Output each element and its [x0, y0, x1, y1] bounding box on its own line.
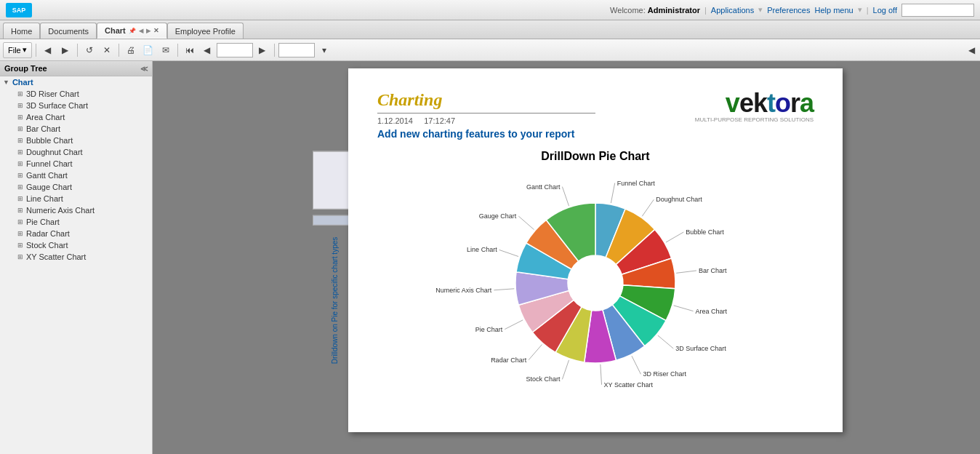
pie-label-6: 3D Riser Chart [643, 370, 686, 378]
applications-link[interactable]: Applications [711, 6, 754, 15]
tree-label-13: Stock Chart [26, 241, 68, 250]
tab-chart[interactable]: Chart 📌 ◀ ▶ ✕ [97, 23, 167, 39]
expand-icon-7[interactable]: ⊞ [17, 172, 23, 179]
page-input[interactable]: 1 of 1+ [217, 43, 253, 57]
tree-label-1: 3D Surface Chart [26, 101, 88, 110]
expand-icon-12[interactable]: ⊞ [17, 230, 23, 237]
file-button[interactable]: File ▾ [3, 42, 32, 58]
email-button[interactable]: ✉ [158, 42, 174, 58]
tree-expand-icon[interactable]: ▼ [3, 79, 9, 86]
tab-employee-profile[interactable]: Employee Profile [167, 23, 244, 39]
pie-label-line-8 [562, 360, 569, 379]
expand-icon-9[interactable]: ⊞ [17, 195, 23, 202]
vektora-logo: vektora [726, 90, 814, 116]
expand-icon-14[interactable]: ⊞ [17, 253, 23, 260]
first-page-button[interactable]: ⏮ [182, 42, 198, 58]
tree-item-2[interactable]: ⊞ Area Chart [0, 111, 152, 123]
expand-icon-8[interactable]: ⊞ [17, 183, 23, 191]
pie-chart-svg: Funnel ChartDoughnut ChartBubble ChartBa… [392, 170, 799, 389]
tree-item-4[interactable]: ⊞ Bubble Chart [0, 135, 152, 146]
expand-icon-1[interactable]: ⊞ [17, 102, 23, 109]
toolbar-separator-3 [119, 44, 119, 57]
pie-label-line-11 [494, 289, 514, 290]
report-separator [377, 113, 595, 114]
vertical-label[interactable]: Drilldown on Pie for specific chart type… [331, 237, 339, 365]
preferences-link[interactable]: Preferences [767, 6, 810, 15]
expand-icon-2[interactable]: ⊞ [17, 114, 23, 121]
tree-item-10[interactable]: ⊞ Numeric Axis Chart [0, 204, 152, 216]
tree-item-13[interactable]: ⊞ Stock Chart [0, 239, 152, 251]
expand-icon-3[interactable]: ⊞ [17, 125, 23, 132]
sidebar-collapse-button[interactable]: ≪ [140, 65, 148, 73]
next-page-button[interactable]: ▶ [254, 42, 270, 58]
logoff-link[interactable]: Log off [873, 6, 897, 15]
main-content: Group Tree ≪ ▼ Chart ⊞ 3D Riser Chart ⊞ … [0, 61, 980, 454]
pie-label-line-3 [676, 271, 696, 273]
stop-button[interactable]: ✕ [99, 42, 115, 58]
tree-label-12: Radar Chart [26, 229, 70, 238]
forward-button[interactable]: ▶ [57, 42, 73, 58]
tree-item-1[interactable]: ⊞ 3D Surface Chart [0, 100, 152, 111]
content-area: Drilldown on Pie for specific chart type… [153, 61, 980, 454]
tree-item-11[interactable]: ⊞ Pie Chart [0, 216, 152, 228]
prev-page-button[interactable]: ◀ [199, 42, 215, 58]
tree-item-0[interactable]: ⊞ 3D Riser Chart [0, 88, 152, 100]
tab-bar: Home Documents Chart 📌 ◀ ▶ ✕ Employee Pr… [0, 20, 980, 39]
tree-label-14: XY Scatter Chart [26, 252, 86, 261]
tab-documents[interactable]: Documents [40, 23, 97, 39]
toolbar-separator-2 [77, 44, 78, 57]
pie-label-line-14 [562, 187, 569, 206]
tree-item-12[interactable]: ⊞ Radar Chart [0, 228, 152, 239]
tree-root-item[interactable]: ▼ Chart [0, 76, 152, 88]
tree-item-5[interactable]: ⊞ Doughnut Chart [0, 146, 152, 158]
tab-nav-icon: ◀ [139, 28, 143, 34]
expand-icon-0[interactable]: ⊞ [17, 90, 23, 97]
refresh-button[interactable]: ↺ [81, 42, 97, 58]
logo-a: a [800, 88, 814, 118]
expand-icon-13[interactable]: ⊞ [17, 242, 23, 249]
tree-item-7[interactable]: ⊞ Gantt Chart [0, 170, 152, 181]
pie-label-line-0 [611, 183, 614, 203]
tree-item-14[interactable]: ⊞ XY Scatter Chart [0, 251, 152, 263]
print-button[interactable]: 🖨 [123, 42, 139, 58]
tree-item-9[interactable]: ⊞ Line Chart [0, 193, 152, 204]
tree-label-3: Bar Chart [26, 124, 60, 133]
logo-k: k [753, 88, 767, 118]
pie-center-circle [569, 257, 622, 309]
zoom-dropdown-button[interactable]: ▾ [316, 42, 332, 58]
tree-label-11: Pie Chart [26, 218, 60, 226]
export-button[interactable]: 📄 [140, 42, 156, 58]
expand-icon-10[interactable]: ⊞ [17, 207, 23, 214]
tab-close-icon[interactable]: ✕ [153, 27, 159, 34]
toolbar-separator-4 [177, 44, 178, 57]
toolbar: File ▾ ◀ ▶ ↺ ✕ 🖨 📄 ✉ ⏮ ◀ 1 of 1+ ▶ 100% … [0, 39, 980, 61]
tree-item-8[interactable]: ⊞ Gauge Chart [0, 181, 152, 193]
tree-item-6[interactable]: ⊞ Funnel Chart [0, 158, 152, 170]
logo-e: e [739, 88, 753, 118]
expand-icon-11[interactable]: ⊞ [17, 218, 23, 226]
helpmenu-link[interactable]: Help menu [814, 6, 853, 15]
pie-label-line-2 [666, 232, 683, 242]
tree-item-3[interactable]: ⊞ Bar Chart [0, 123, 152, 135]
tab-pin-icon: 📌 [129, 28, 136, 34]
search-input[interactable] [901, 4, 974, 17]
tab-home[interactable]: Home [3, 23, 40, 39]
back-button[interactable]: ◀ [40, 42, 56, 58]
logo-t: t [767, 88, 775, 118]
report-datetime: 1.12.2014 17:12:47 [377, 116, 595, 125]
pie-label-9: Radar Chart [491, 357, 527, 364]
expand-icon-4[interactable]: ⊞ [17, 137, 23, 144]
pie-label-12: Line Chart [467, 246, 497, 253]
username: Administrator [648, 6, 700, 15]
expand-icon-5[interactable]: ⊞ [17, 148, 23, 156]
top-bar-right: Welcome: Administrator | Applications ▾ … [610, 4, 974, 17]
expand-icon-6[interactable]: ⊞ [17, 160, 23, 167]
pie-label-4: Area Chart [696, 308, 728, 315]
tree-label-10: Numeric Axis Chart [26, 206, 95, 215]
pie-label-13: Gauge Chart [479, 212, 517, 220]
report-title-block: Charting 1.12.2014 17:12:47 Add new char… [377, 90, 595, 147]
zoom-input[interactable]: 100% [278, 43, 315, 57]
pie-label-line-5 [658, 335, 673, 349]
panel-toggle-button[interactable]: ◀ [965, 42, 977, 58]
report-subtitle: Add new charting features to your report [377, 128, 595, 140]
